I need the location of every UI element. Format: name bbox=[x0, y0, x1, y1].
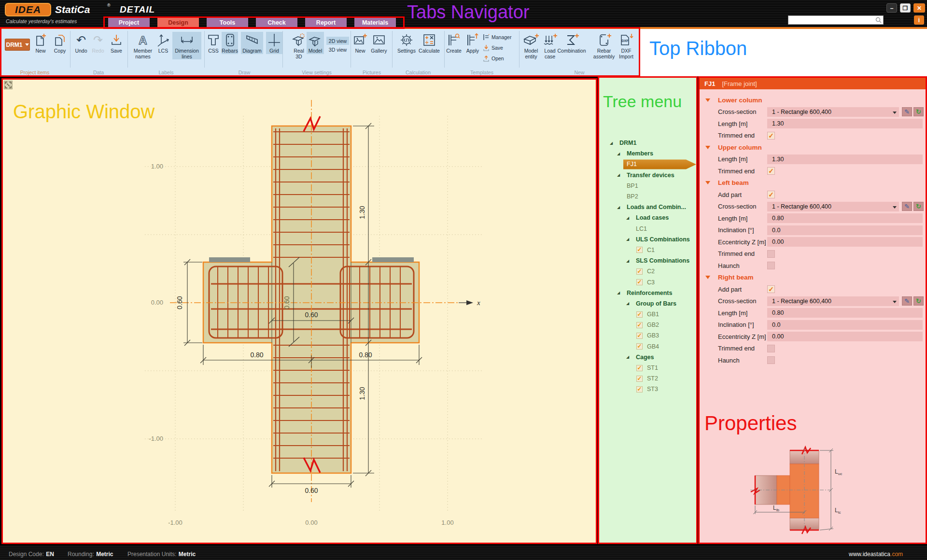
project-item-selector[interactable]: DRM1 bbox=[5, 39, 30, 51]
tree-item-lc1[interactable]: LC1 bbox=[599, 224, 696, 234]
add-part-checkbox[interactable]: ✓ bbox=[767, 285, 775, 293]
expander-icon[interactable]: ◢ bbox=[626, 301, 629, 306]
search-box[interactable] bbox=[788, 15, 884, 25]
website-link[interactable]: www.ideastatica bbox=[849, 551, 890, 558]
collapse-triangle-icon[interactable] bbox=[705, 98, 710, 102]
dimension-lines-button[interactable]: Dimension lines bbox=[172, 32, 201, 59]
collapse-triangle-icon[interactable] bbox=[705, 146, 710, 149]
tab-materials[interactable]: Materials bbox=[354, 18, 396, 28]
tab-tools[interactable]: Tools bbox=[207, 18, 248, 28]
tree-item-uls-combinations[interactable]: ◢ULS Combinations bbox=[599, 234, 696, 245]
calculate-button[interactable]: Calculate bbox=[417, 32, 442, 54]
create-template-button[interactable]: Create bbox=[444, 32, 464, 54]
tree-item-st1[interactable]: ✓ST1 bbox=[599, 363, 696, 373]
swap-cross-section-button[interactable]: ↻ bbox=[913, 202, 924, 211]
template-open-button[interactable]: Open bbox=[483, 55, 504, 62]
tree-item-fj1[interactable]: FJ1 bbox=[599, 159, 696, 169]
checkbox-checked[interactable]: ✓ bbox=[636, 322, 643, 328]
view-2d-button[interactable]: 2D view bbox=[326, 37, 349, 45]
checkbox-checked[interactable]: ✓ bbox=[636, 311, 643, 318]
checkbox-checked[interactable]: ✓ bbox=[636, 279, 643, 285]
tree-item-gb1[interactable]: ✓GB1 bbox=[599, 309, 696, 320]
trimmed-end-checkbox[interactable]: ✓ bbox=[767, 132, 775, 140]
search-input[interactable] bbox=[789, 16, 871, 24]
cross-section-dropdown[interactable]: 1 - Rectangle 600,400 bbox=[767, 296, 899, 306]
collapse-triangle-icon[interactable] bbox=[705, 276, 710, 279]
checkbox-checked[interactable]: ✓ bbox=[636, 333, 643, 339]
view-3d-button[interactable]: 3D view bbox=[326, 45, 349, 54]
rebars-button[interactable]: Rebars bbox=[222, 32, 238, 54]
save-button[interactable]: Save bbox=[107, 32, 126, 54]
model-button[interactable]: Model bbox=[307, 32, 324, 54]
settings-button[interactable]: Settings bbox=[395, 32, 418, 54]
zoom-fit-icon[interactable] bbox=[4, 81, 13, 89]
new-picture-button[interactable]: New bbox=[351, 32, 369, 54]
expander-icon[interactable]: ◢ bbox=[617, 152, 620, 156]
model-entity-button[interactable]: Model entity bbox=[520, 32, 543, 59]
expander-icon[interactable]: ◢ bbox=[617, 291, 620, 295]
eccentricity-field[interactable]: 0.00 bbox=[767, 237, 923, 247]
expander-icon[interactable]: ◢ bbox=[626, 216, 629, 220]
add-part-checkbox[interactable]: ✓ bbox=[767, 191, 775, 198]
checkbox-checked[interactable]: ✓ bbox=[636, 268, 643, 275]
close-button[interactable]: ✕ bbox=[913, 3, 925, 13]
trimmed-end-checkbox[interactable]: ✓ bbox=[767, 167, 775, 175]
real-3d-button[interactable]: Real 3D bbox=[290, 32, 308, 59]
grid-button[interactable]: Grid bbox=[266, 32, 282, 54]
expander-icon[interactable]: ◢ bbox=[626, 259, 629, 263]
dxf-import-button[interactable]: DXF DXF Import bbox=[614, 32, 638, 59]
inclination-field[interactable]: 0.0 bbox=[767, 320, 923, 330]
section-right-beam[interactable]: Right beam bbox=[700, 272, 926, 284]
tree-item-reinforcements[interactable]: ◢Reinforcements bbox=[599, 288, 696, 298]
tree-item-gb4[interactable]: ✓GB4 bbox=[599, 341, 696, 352]
edit-cross-section-button[interactable]: ✎ bbox=[902, 202, 912, 211]
tree-item-load-cases[interactable]: ◢Load cases bbox=[599, 212, 696, 223]
info-button[interactable]: i bbox=[914, 15, 924, 25]
tab-check[interactable]: Check bbox=[256, 18, 297, 28]
expander-icon[interactable]: ◢ bbox=[617, 173, 620, 177]
length-field[interactable]: 1.30 bbox=[767, 154, 923, 164]
tree-item-c1[interactable]: ✓C1 bbox=[599, 245, 696, 255]
length-field[interactable]: 0.80 bbox=[767, 308, 923, 318]
collapse-triangle-icon[interactable] bbox=[705, 181, 710, 184]
haunch-checkbox[interactable] bbox=[767, 262, 775, 269]
tree-item-cages[interactable]: ◢Cages bbox=[599, 352, 696, 363]
tree-item-members[interactable]: ◢Members bbox=[599, 148, 696, 159]
swap-cross-section-button[interactable]: ↻ bbox=[913, 107, 924, 116]
section-left-beam[interactable]: Left beam bbox=[700, 177, 926, 189]
template-manager-button[interactable]: Manager bbox=[483, 34, 511, 41]
tree-item-c2[interactable]: ✓C2 bbox=[599, 266, 696, 277]
website-tld[interactable]: .com bbox=[890, 551, 903, 558]
trimmed-end-checkbox[interactable] bbox=[767, 250, 775, 258]
template-save-button[interactable]: Save bbox=[483, 44, 503, 51]
checkbox-checked[interactable]: ✓ bbox=[636, 386, 643, 392]
expander-icon[interactable]: ◢ bbox=[626, 237, 629, 241]
tree-item-transfer-devices[interactable]: ◢Transfer devices bbox=[599, 170, 696, 181]
tree-item-st3[interactable]: ✓ST3 bbox=[599, 384, 696, 394]
swap-cross-section-button[interactable]: ↻ bbox=[913, 296, 924, 306]
checkbox-checked[interactable]: ✓ bbox=[636, 247, 643, 253]
tree-item-bp2[interactable]: BP2 bbox=[599, 191, 696, 202]
tree-item-loads-and-combinations[interactable]: ◢Loads and Combin... bbox=[599, 202, 696, 212]
tree-item-gb2[interactable]: ✓GB2 bbox=[599, 320, 696, 330]
tree-item-drm1[interactable]: ◢DRM1 bbox=[599, 138, 696, 148]
tree-item-gb3[interactable]: ✓GB3 bbox=[599, 330, 696, 341]
edit-cross-section-button[interactable]: ✎ bbox=[902, 296, 912, 306]
tree-item-sls-combinations[interactable]: ◢SLS Combinations bbox=[599, 255, 696, 266]
graphic-window[interactable]: x 1.30 1.30 0.60 bbox=[3, 80, 596, 543]
checkbox-checked[interactable]: ✓ bbox=[636, 343, 643, 350]
cross-section-dropdown[interactable]: 1 - Rectangle 600,400 bbox=[767, 107, 899, 117]
section-upper-column[interactable]: Upper column bbox=[700, 141, 926, 154]
edit-cross-section-button[interactable]: ✎ bbox=[902, 107, 912, 116]
diagram-button[interactable]: Diagram bbox=[241, 32, 263, 54]
tree-item-st2[interactable]: ✓ST2 bbox=[599, 373, 696, 384]
expander-icon[interactable]: ◢ bbox=[626, 355, 629, 359]
tab-project[interactable]: Project bbox=[108, 18, 150, 28]
cross-section-dropdown[interactable]: 1 - Rectangle 600,400 bbox=[767, 202, 899, 211]
new-project-item-button[interactable]: New bbox=[31, 32, 50, 54]
trimmed-end-checkbox[interactable] bbox=[767, 345, 775, 352]
undo-button[interactable]: ↶ Undo bbox=[71, 32, 91, 54]
lcs-button[interactable]: LCS bbox=[154, 32, 172, 54]
checkbox-checked[interactable]: ✓ bbox=[636, 376, 643, 382]
gallery-button[interactable]: Gallery bbox=[368, 32, 390, 54]
